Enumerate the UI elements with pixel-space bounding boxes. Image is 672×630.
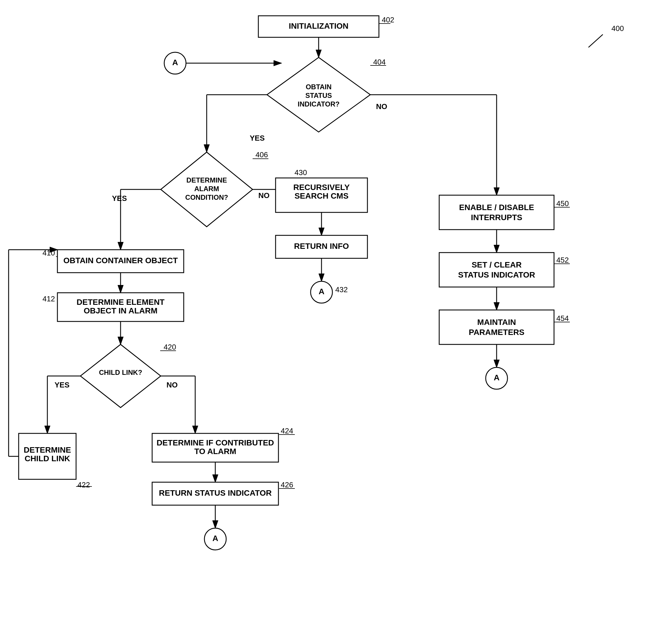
ref-426: 426 [281, 481, 293, 489]
set-clear-label2: STATUS INDICATOR [458, 270, 535, 279]
yes-label-obtain: YES [250, 134, 265, 142]
return-status-label: RETURN STATUS INDICATOR [159, 488, 271, 498]
obtain-status-label3: INDICATOR? [298, 100, 340, 108]
child-link-label: CHILD LINK? [99, 368, 142, 376]
determine-element-label2: OBJECT IN ALARM [83, 306, 157, 315]
maintain-params-label2: PARAMETERS [469, 328, 525, 337]
determine-contributed-label2: TO ALARM [194, 447, 236, 456]
no-label-child: NO [167, 381, 178, 389]
ref-422: 422 [77, 481, 90, 489]
ref-452: 452 [556, 256, 569, 264]
determine-element-label: DETERMINE ELEMENT [77, 298, 165, 307]
set-clear-label: SET / CLEAR [472, 260, 522, 269]
flowchart-diagram: 400 INITIALIZATION 402 A OBTAIN STATUS I… [0, 0, 672, 630]
svg-line-1 [589, 34, 603, 47]
determine-alarm-label: DETERMINE [186, 176, 227, 184]
initialization-label: INITIALIZATION [289, 22, 349, 30]
determine-alarm-label2: ALARM [194, 185, 219, 193]
determine-alarm-label3: CONDITION? [185, 193, 228, 201]
recursively-search-label2: SEARCH CMS [294, 191, 349, 200]
set-clear-box [439, 252, 554, 287]
determine-child-label2: CHILD LINK [25, 454, 70, 463]
ref-430: 430 [294, 168, 307, 177]
determine-contributed-label: DETERMINE IF CONTRIBUTED [157, 438, 274, 447]
connector-a-middle-label: A [319, 287, 325, 296]
recursively-search-label: RECURSIVELY [293, 183, 350, 192]
ref-420: 420 [164, 343, 176, 351]
ref-402: 402 [382, 16, 394, 24]
ref-454: 454 [556, 314, 569, 323]
ref-432: 432 [335, 285, 347, 294]
no-label-alarm: NO [258, 191, 269, 200]
obtain-status-label: OBTAIN [306, 83, 332, 91]
connector-a-top-label: A [172, 58, 178, 67]
enable-disable-box [439, 195, 554, 229]
ref-406: 406 [256, 150, 268, 159]
enable-disable-label: ENABLE / DISABLE [459, 203, 534, 212]
connector-a-right-label: A [494, 373, 500, 382]
enable-disable-label2: INTERRUPTS [471, 213, 523, 222]
determine-child-label: DETERMINE [24, 445, 71, 454]
maintain-params-label: MAINTAIN [477, 318, 516, 326]
maintain-params-box [439, 310, 554, 344]
obtain-status-label2: STATUS [306, 92, 332, 99]
ref-400: 400 [611, 24, 624, 33]
yes-label-alarm: YES [112, 194, 127, 203]
obtain-container-label: OBTAIN CONTAINER OBJECT [64, 256, 178, 265]
no-label-obtain: NO [376, 102, 387, 111]
ref-404: 404 [373, 58, 385, 66]
yes-label-child: YES [54, 381, 70, 389]
connector-a-bottom-left-label: A [212, 534, 218, 543]
ref-450: 450 [556, 199, 569, 208]
ref-424: 424 [281, 427, 293, 435]
return-info-label: RETURN INFO [294, 242, 349, 250]
ref-412: 412 [43, 294, 55, 303]
